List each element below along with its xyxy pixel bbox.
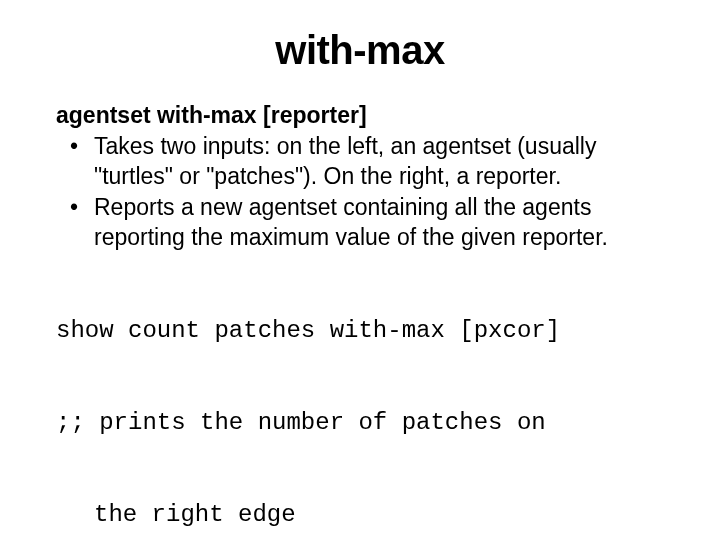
slide-title: with-max (56, 28, 664, 73)
bullet-list: Takes two inputs: on the left, an agents… (56, 132, 664, 252)
slide-content: agentset with-max [reporter] Takes two i… (56, 101, 664, 540)
code-line: ;; prints the number of patches on (56, 408, 664, 439)
code-example: show count patches with-max [pxcor] ;; p… (56, 254, 664, 540)
code-line: the right edge (56, 500, 664, 531)
syntax-line: agentset with-max [reporter] (56, 101, 664, 130)
bullet-item: Takes two inputs: on the left, an agents… (56, 132, 664, 191)
bullet-item: Reports a new agentset containing all th… (56, 193, 664, 252)
code-line: show count patches with-max [pxcor] (56, 316, 664, 347)
